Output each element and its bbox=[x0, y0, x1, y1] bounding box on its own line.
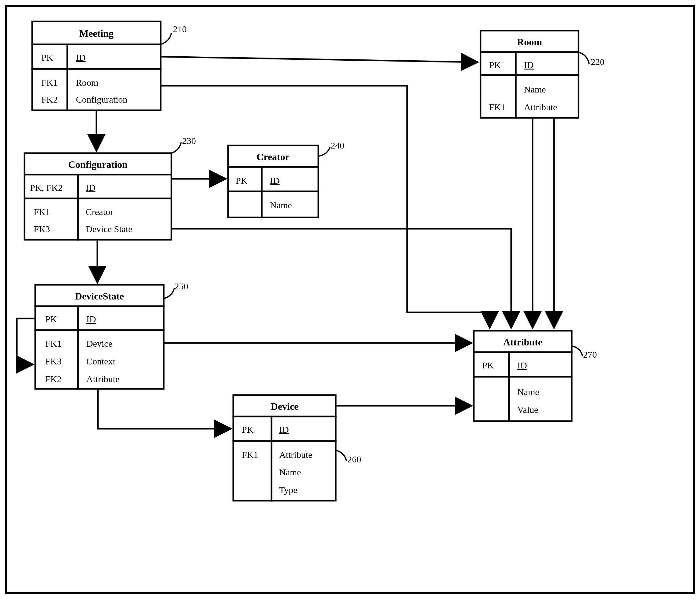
device-row0-key: FK1 bbox=[242, 450, 258, 460]
er-diagram: Meeting PK ID FK1 Room FK2 Configuration… bbox=[0, 0, 700, 599]
configuration-label: 230 bbox=[182, 136, 196, 146]
attribute-pk-key: PK bbox=[482, 360, 494, 370]
entity-attribute: Attribute PK ID Name Value 270 bbox=[474, 331, 597, 421]
devicestate-pk-field: ID bbox=[86, 314, 96, 324]
devicestate-label: 250 bbox=[174, 281, 188, 291]
configuration-row1-key: FK3 bbox=[34, 224, 50, 234]
creator-pk-key: PK bbox=[236, 175, 248, 186]
creator-pk-field: ID bbox=[270, 175, 280, 186]
devicestate-row0-field: Device bbox=[86, 338, 112, 349]
meeting-pk-field: ID bbox=[76, 52, 86, 63]
room-title: Room bbox=[517, 37, 542, 47]
device-pk-field: ID bbox=[279, 425, 289, 435]
device-row1-field: Name bbox=[279, 467, 301, 477]
configuration-row0-key: FK1 bbox=[34, 207, 50, 217]
devicestate-pk-key: PK bbox=[45, 314, 57, 324]
meeting-row1-key: FK2 bbox=[41, 94, 57, 104]
devicestate-row2-field: Attribute bbox=[86, 374, 119, 384]
devicestate-row2-key: FK2 bbox=[45, 374, 61, 384]
device-row0-field: Attribute bbox=[279, 450, 312, 460]
device-title: Device bbox=[271, 401, 299, 412]
room-row1-key: FK1 bbox=[489, 102, 505, 112]
configuration-row1-field: Device State bbox=[86, 224, 132, 234]
configuration-title: Configuration bbox=[68, 159, 128, 170]
creator-row0-field: Name bbox=[270, 200, 292, 210]
meeting-row1-field: Configuration bbox=[76, 94, 127, 104]
attribute-title: Attribute bbox=[503, 337, 542, 348]
devicestate-row1-key: FK3 bbox=[45, 356, 61, 366]
devicestate-row0-key: FK1 bbox=[45, 338, 61, 349]
room-row1-field: Attribute bbox=[524, 102, 557, 112]
entity-meeting: Meeting PK ID FK1 Room FK2 Configuration… bbox=[32, 21, 187, 110]
attribute-row1-field: Value bbox=[517, 405, 538, 415]
meeting-pk-key: PK bbox=[41, 52, 53, 63]
svg-line-36 bbox=[161, 57, 477, 62]
entity-configuration: Configuration PK, FK2 ID FK1 Creator FK3… bbox=[24, 136, 196, 240]
creator-title: Creator bbox=[256, 151, 290, 162]
attribute-row0-field: Name bbox=[517, 387, 539, 397]
svg-rect-34 bbox=[474, 377, 509, 421]
devicestate-row1-field: Context bbox=[86, 356, 116, 366]
meeting-label: 210 bbox=[173, 24, 187, 34]
devicestate-title: DeviceState bbox=[75, 291, 124, 302]
svg-rect-14 bbox=[24, 198, 78, 240]
meeting-title: Meeting bbox=[79, 28, 114, 39]
attribute-pk-field: ID bbox=[517, 360, 527, 370]
attribute-label: 270 bbox=[583, 350, 597, 360]
device-label: 260 bbox=[347, 454, 361, 464]
configuration-pk-key: PK, FK2 bbox=[30, 183, 63, 193]
device-pk-key: PK bbox=[242, 425, 254, 435]
entity-creator: Creator PK ID Name 240 bbox=[228, 140, 344, 217]
configuration-row0-field: Creator bbox=[86, 207, 113, 217]
configuration-pk-field: ID bbox=[86, 183, 96, 193]
room-pk-field: ID bbox=[524, 60, 534, 70]
svg-rect-19 bbox=[228, 191, 262, 217]
meeting-row0-field: Room bbox=[76, 77, 98, 88]
room-pk-key: PK bbox=[489, 60, 501, 70]
creator-label: 240 bbox=[330, 140, 344, 150]
entity-device: Device PK ID FK1 Attribute Name Type 260 bbox=[233, 395, 361, 501]
room-row0-field: Name bbox=[524, 84, 546, 94]
entity-room: Room PK ID Name FK1 Attribute 220 bbox=[480, 31, 604, 118]
entity-devicestate: DeviceState PK ID FK1 Device FK3 Context… bbox=[35, 281, 188, 389]
meeting-row0-key: FK1 bbox=[41, 77, 57, 88]
room-label: 220 bbox=[591, 57, 604, 67]
device-row2-field: Type bbox=[279, 485, 298, 495]
